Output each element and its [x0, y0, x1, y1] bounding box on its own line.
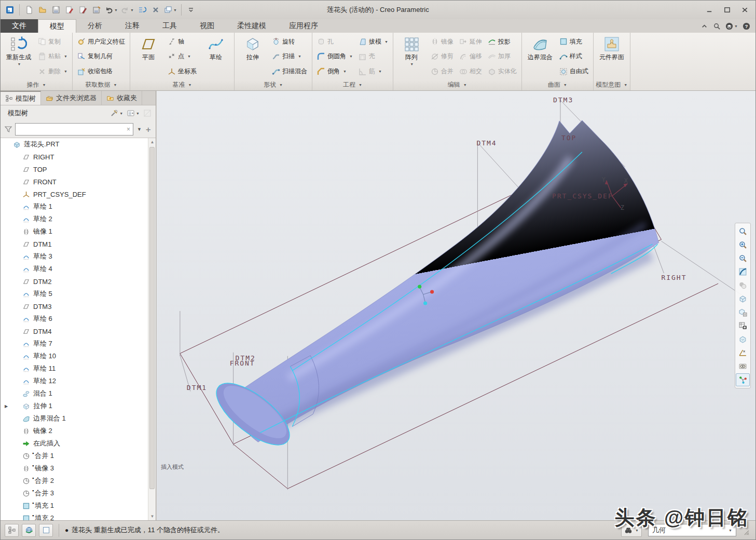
- clear-search-icon[interactable]: ×: [127, 126, 130, 133]
- ribbon-button-坐标系[interactable]: 坐标系: [166, 64, 198, 78]
- tree-item-边界混合 1[interactable]: 边界混合 1: [1, 412, 156, 425]
- app-button[interactable]: [4, 3, 16, 17]
- minimize-button[interactable]: [702, 4, 717, 16]
- tree-scrollbar[interactable]: ▲▼: [148, 138, 156, 520]
- zoom-in-button[interactable]: [736, 238, 750, 251]
- undo-button[interactable]: ▼: [104, 3, 119, 17]
- tree-search-input[interactable]: ×: [15, 123, 133, 136]
- tree-item-镜像 2[interactable]: 镜像 2: [1, 425, 156, 437]
- ribbon-button-扫描混合[interactable]: 扫描混合: [270, 64, 309, 78]
- refit-button[interactable]: [736, 225, 750, 238]
- tree-item-草绘 7[interactable]: 草绘 7: [1, 338, 156, 350]
- tree-item-填充 1[interactable]: ▪填充 1: [1, 500, 156, 512]
- scroll-up-icon[interactable]: ▲: [148, 138, 156, 146]
- tree-item-草绘 4[interactable]: 草绘 4: [1, 263, 156, 275]
- search-options-dropdown[interactable]: ▼: [137, 127, 142, 132]
- tree-item-DTM3[interactable]: DTM3: [1, 300, 156, 313]
- tree-item-草绘 3[interactable]: 草绘 3: [1, 250, 156, 263]
- tree-item-莲花头.PRT[interactable]: 莲花头.PRT: [1, 138, 156, 151]
- expand-icon[interactable]: ▶: [5, 404, 8, 409]
- view-manager-button[interactable]: [736, 319, 750, 332]
- ribbon-button-元件界面[interactable]: 元件界面: [597, 34, 627, 79]
- customize-qat-button[interactable]: [185, 3, 197, 17]
- ribbon-group-label-形状[interactable]: 形状▼: [235, 79, 312, 90]
- ribbon-group-label-工程[interactable]: 工程▼: [312, 79, 393, 90]
- tree-item-FRONT[interactable]: FRONT: [1, 176, 156, 188]
- new-file-button[interactable]: [23, 3, 35, 17]
- ribbon-button-复制几何[interactable]: 复制几何: [76, 49, 127, 63]
- tree-item-填充 2[interactable]: ▪填充 2: [1, 512, 156, 520]
- tree-item-PRT_CSYS_DEF[interactable]: PRT_CSYS_DEF: [1, 188, 156, 200]
- navigator-tab-模型树[interactable]: 模型树: [1, 91, 41, 105]
- tree-item-RIGHT[interactable]: RIGHT: [1, 151, 156, 163]
- tree-item-草绘 1[interactable]: 草绘 1: [1, 200, 156, 213]
- ribbon-button-边界混合[interactable]: 边界混合: [525, 34, 555, 79]
- tree-item-草绘 6[interactable]: 草绘 6: [1, 313, 156, 325]
- close-window-button[interactable]: [149, 3, 162, 17]
- maximize-button[interactable]: [719, 4, 735, 16]
- tab-注释[interactable]: 注释: [114, 19, 151, 33]
- tree-item-草绘 5[interactable]: 草绘 5: [1, 288, 156, 300]
- tab-分析[interactable]: 分析: [76, 19, 114, 33]
- ribbon-button-阵列[interactable]: 阵列▼: [396, 34, 427, 79]
- ribbon-button-收缩包络[interactable]: 收缩包络: [76, 64, 127, 78]
- open-file-button[interactable]: [36, 3, 49, 17]
- tree-item-草绘 2[interactable]: 草绘 2: [1, 213, 156, 225]
- annotation-display-button[interactable]: [736, 360, 750, 373]
- ribbon-button-填充[interactable]: 填充: [558, 35, 590, 49]
- ribbon-button-投影[interactable]: 投影: [486, 35, 518, 49]
- scroll-thumb[interactable]: [149, 147, 155, 489]
- ribbon-button-倒圆角[interactable]: 倒圆角▼: [315, 49, 354, 63]
- ribbon-button-点[interactable]: 点▼: [166, 49, 198, 63]
- ribbon-group-label-编辑[interactable]: 编辑▼: [393, 79, 521, 90]
- shading-options-button[interactable]: [736, 279, 750, 292]
- ribbon-button-自由式[interactable]: 自由式: [558, 64, 590, 78]
- ribbon-button-样式[interactable]: 样式: [558, 49, 590, 63]
- tree-item-混合 1[interactable]: 混合 1: [1, 387, 156, 400]
- save-button[interactable]: [50, 3, 62, 17]
- perspective-button[interactable]: [736, 333, 750, 346]
- tab-柔性建模[interactable]: 柔性建模: [226, 19, 278, 33]
- ribbon-button-草绘[interactable]: 草绘: [201, 34, 231, 79]
- toggle-model-tree-button[interactable]: [5, 524, 19, 537]
- ribbon-group-label-基准[interactable]: 基准▼: [130, 79, 234, 90]
- close-button[interactable]: [737, 4, 752, 16]
- ribbon-button-重新生成[interactable]: 重新生成▼: [4, 34, 34, 79]
- tree-item-草绘 12[interactable]: 草绘 12: [1, 375, 156, 387]
- ribbon-group-label-获取数据[interactable]: 获取数据▼: [73, 79, 130, 90]
- tree-tools-button[interactable]: ▼: [110, 109, 123, 117]
- tree-item-镜像 1[interactable]: 镜像 1: [1, 225, 156, 238]
- tree-item-在此插入[interactable]: 在此插入: [1, 437, 156, 450]
- spin-center-button[interactable]: [736, 373, 750, 386]
- tree-settings-button[interactable]: ▼: [127, 109, 140, 117]
- tree-item-草绘 11[interactable]: 草绘 11: [1, 362, 156, 375]
- ribbon-button-拉伸[interactable]: 拉伸: [238, 34, 268, 79]
- web-browser-button[interactable]: [22, 524, 36, 537]
- add-filter-button[interactable]: ＋: [144, 125, 152, 134]
- tree-item-DTM2[interactable]: DTM2: [1, 275, 156, 288]
- ribbon-button-倒角[interactable]: 倒角▼: [315, 64, 354, 78]
- tree-item-拉伸 1[interactable]: ▶拉伸 1: [1, 400, 156, 412]
- navigator-tab-收藏夹[interactable]: 收藏夹: [102, 91, 142, 105]
- ribbon-button-旋转[interactable]: 旋转: [270, 35, 309, 49]
- tree-item-TOP[interactable]: TOP: [1, 163, 156, 176]
- tree-item-合并 3[interactable]: ▪合并 3: [1, 487, 156, 500]
- console-button[interactable]: [39, 524, 53, 537]
- search-command-button[interactable]: [713, 22, 721, 30]
- ribbon-group-label-曲面[interactable]: 曲面▼: [522, 79, 593, 90]
- collapse-ribbon-button[interactable]: [700, 22, 708, 30]
- ribbon-group-label-操作[interactable]: 操作▼: [1, 79, 72, 90]
- graphics-viewport[interactable]: DTM3DTM4TOPPRT_CSYS_DEFYXZRIGHTDTM2FRONT…: [157, 91, 755, 520]
- saved-orientations-button[interactable]: [736, 306, 750, 319]
- tree-item-DTM4[interactable]: DTM4: [1, 325, 156, 338]
- tab-工具[interactable]: 工具: [151, 19, 188, 33]
- tab-文件[interactable]: 文件: [1, 19, 38, 33]
- display-style-button[interactable]: [736, 292, 750, 305]
- lotus-head-model[interactable]: [207, 120, 659, 456]
- ribbon-button-扫描[interactable]: 扫描▼: [270, 49, 309, 63]
- windows-button[interactable]: ▼: [163, 3, 178, 17]
- tree-item-合并 1[interactable]: ▪合并 1: [1, 450, 156, 462]
- ribbon-button-拔模[interactable]: 拔模▼: [357, 35, 390, 49]
- tab-应用程序[interactable]: 应用程序: [278, 19, 329, 33]
- zoom-out-button[interactable]: [736, 252, 750, 265]
